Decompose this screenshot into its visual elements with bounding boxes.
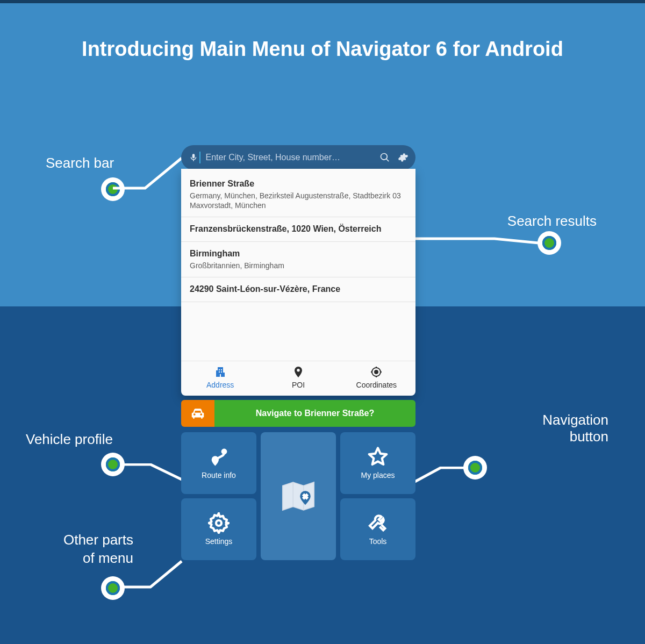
menu-tools[interactable]: Tools (340, 498, 415, 560)
navigate-bar: Navigate to Brienner Straße? (181, 400, 415, 427)
gear-icon[interactable] (397, 152, 409, 163)
navigate-button-label: Navigate to Brienner Straße? (256, 409, 375, 418)
svg-point-3 (214, 459, 217, 461)
tab-address-label: Address (206, 381, 234, 389)
tab-coordinates[interactable]: Coordinates (338, 366, 415, 389)
callout-search-bar: Search bar (46, 155, 114, 171)
phone-ui: Brienner Straße Germany, München, Bezirk… (181, 145, 415, 560)
result-title: Birmingham (190, 248, 407, 260)
search-tabs: Address POI Coordinates (181, 361, 415, 396)
car-icon (190, 405, 206, 421)
menu-my-places-label: My places (361, 471, 395, 480)
result-subtitle: Großbritannien, Birmingham (190, 261, 407, 270)
connector-search-bar (112, 156, 187, 199)
navigate-button[interactable]: Navigate to Brienner Straße? (214, 400, 415, 427)
search-bar[interactable] (181, 145, 415, 170)
menu-route-info[interactable]: Route info (181, 432, 256, 494)
route-icon (208, 446, 230, 468)
menu-route-info-label: Route info (202, 471, 236, 480)
gear-outline-icon (208, 512, 230, 534)
mic-icon[interactable] (188, 152, 199, 163)
menu-map[interactable]: × (261, 432, 336, 560)
menu-grid: Route info × My places Settings Tools (181, 432, 415, 560)
search-results-card: Brienner Straße Germany, München, Bezirk… (181, 169, 415, 396)
menu-my-places[interactable]: My places (340, 432, 415, 494)
tab-poi[interactable]: POI (260, 366, 337, 389)
svg-point-5 (216, 520, 221, 526)
result-title: Franzensbrückenstraße, 1020 Wien, Österr… (190, 224, 407, 235)
result-subtitle: Germany, München, Bezirksteil Augustenst… (190, 191, 407, 210)
connector-vehicle-profile (121, 463, 186, 485)
svg-point-0 (375, 370, 378, 374)
result-title: 24290 Saint-Léon-sur-Vézère, France (190, 284, 407, 295)
connector-search-results (414, 237, 543, 253)
result-item[interactable]: Birmingham Großbritannien, Birmingham (181, 242, 415, 277)
tools-icon (367, 512, 389, 534)
text-cursor (199, 152, 200, 163)
map-icon: × (277, 475, 319, 517)
vehicle-profile-button[interactable] (181, 400, 214, 427)
star-icon (367, 446, 389, 468)
header-strip (0, 0, 645, 3)
result-empty-space (181, 302, 415, 361)
callout-other-menu-line1: Other parts (63, 532, 133, 548)
search-icon[interactable] (379, 152, 391, 163)
svg-text:×: × (303, 492, 307, 500)
page-title: Introducing Main Menu of Navigator 6 for… (0, 38, 645, 61)
menu-settings-label: Settings (205, 537, 233, 546)
callout-navigation-button: Navigation button (512, 412, 608, 445)
menu-settings[interactable]: Settings (181, 498, 256, 560)
tab-address[interactable]: Address (182, 366, 259, 389)
tab-poi-label: POI (292, 381, 305, 389)
connector-other-menu (121, 559, 186, 591)
result-item[interactable]: 24290 Saint-Léon-sur-Vézère, France (181, 277, 415, 302)
callout-vehicle-profile: Vehicle profile (26, 431, 113, 448)
menu-tools-label: Tools (369, 537, 387, 546)
result-item[interactable]: Franzensbrückenstraße, 1020 Wien, Österr… (181, 217, 415, 242)
callout-other-menu: Other parts of menu (42, 531, 133, 568)
result-item[interactable]: Brienner Straße Germany, München, Bezirk… (181, 172, 415, 217)
connector-navigation-button (414, 467, 468, 483)
search-input[interactable] (202, 153, 379, 162)
callout-search-results: Search results (507, 213, 597, 230)
tab-coordinates-label: Coordinates (356, 381, 397, 389)
result-title: Brienner Straße (190, 178, 407, 190)
